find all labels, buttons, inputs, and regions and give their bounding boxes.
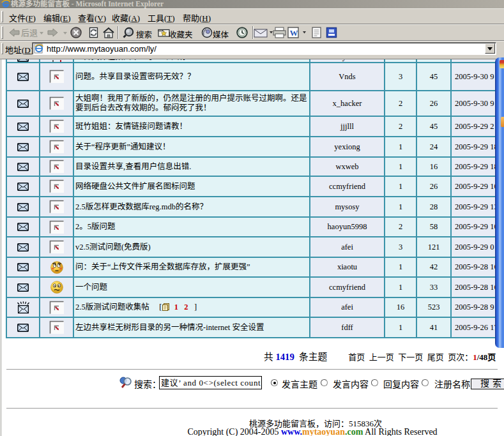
svg-text:W: W (290, 28, 298, 38)
svg-text:后退: 后退 (21, 28, 38, 38)
